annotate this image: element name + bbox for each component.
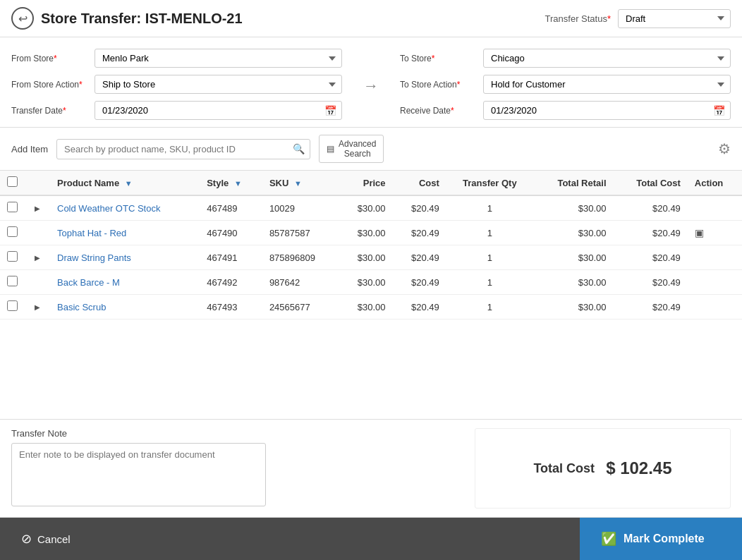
product-name-link[interactable]: Tophat Hat - Red (57, 228, 126, 238)
to-store-label: To Store* (400, 54, 478, 63)
row-checkbox[interactable] (7, 202, 18, 212)
header: ↩ Store Transfer: IST-MENLO-21 Transfer … (0, 0, 742, 37)
expand-button[interactable]: ▶ (32, 252, 43, 263)
from-store-action-label: From Store Action* (11, 80, 89, 90)
to-store-action-label: To Store Action* (400, 80, 478, 90)
row-style: 467489 (200, 195, 262, 221)
select-all-header (0, 171, 25, 195)
sku-filter-icon[interactable]: ▼ (294, 179, 302, 188)
row-sku: 10029 (262, 195, 339, 221)
row-transfer-qty: 1 (446, 245, 533, 270)
cost-header: Cost (393, 171, 446, 195)
row-checkbox-cell (0, 245, 25, 270)
row-style: 467491 (200, 245, 262, 270)
transfer-date-input[interactable] (95, 101, 342, 120)
row-checkbox-cell (0, 270, 25, 295)
row-product-name: Cold Weather OTC Stock (50, 195, 200, 221)
receive-date-label: Receive Date* (400, 106, 478, 116)
row-sku: 24565677 (262, 295, 339, 319)
expand-button[interactable]: ▶ (32, 302, 43, 312)
style-filter-icon[interactable]: ▼ (234, 179, 242, 188)
row-total-cost: $20.49 (614, 221, 688, 245)
select-all-checkbox[interactable] (7, 176, 18, 187)
table-body: ▶ Cold Weather OTC Stock 467489 10029 $3… (0, 195, 742, 319)
from-store-select[interactable]: Menlo Park Chicago New York (95, 49, 342, 68)
row-total-cost: $20.49 (614, 270, 688, 295)
cancel-button[interactable]: ⊘ Cancel (0, 518, 123, 560)
advanced-search-button[interactable]: ▤ AdvancedSearch (319, 135, 384, 163)
from-store-row: From Store* Menlo Park Chicago New York (11, 49, 342, 68)
add-item-label: Add Item (11, 144, 48, 154)
search-icon: 🔍 (293, 143, 305, 154)
header-right: Transfer Status* Draft Pending Complete … (545, 9, 731, 28)
to-store-select[interactable]: Chicago Menlo Park New York (483, 49, 731, 68)
total-cost-header: Total Cost (614, 171, 688, 195)
receive-date-row: Receive Date* 📅 (400, 101, 731, 120)
row-expand-cell: ▶ (25, 245, 50, 270)
sku-header: SKU ▼ (262, 171, 339, 195)
transfer-date-row: Transfer Date* 📅 (11, 101, 342, 120)
row-checkbox-cell (0, 195, 25, 221)
to-store-action-select[interactable]: Hold for Customer Ship Return (483, 75, 731, 94)
mark-complete-button[interactable]: ✅ Mark Complete (580, 518, 742, 560)
expand-header (25, 171, 50, 195)
row-action (688, 295, 742, 319)
mark-complete-label: Mark Complete (624, 532, 705, 545)
cancel-label: Cancel (37, 533, 71, 545)
row-expand-cell (25, 270, 50, 295)
product-name-link[interactable]: Draw String Pants (57, 252, 131, 263)
row-transfer-qty: 1 (446, 270, 533, 295)
price-header: Price (339, 171, 392, 195)
table-row: ▶ Draw String Pants 467491 875896809 $30… (0, 245, 742, 270)
row-transfer-qty: 1 (446, 221, 533, 245)
settings-button[interactable]: ⚙ (718, 140, 731, 157)
form-right-col: To Store* Chicago Menlo Park New York To… (400, 49, 731, 120)
row-total-retail: $30.00 (533, 245, 614, 270)
page-title: Store Transfer: IST-MENLO-21 (41, 11, 243, 27)
copy-icon[interactable]: ▣ (695, 227, 704, 238)
row-total-cost: $20.49 (614, 195, 688, 221)
footer: ⊘ Cancel ✅ Mark Complete (0, 518, 742, 560)
row-total-retail: $30.00 (533, 221, 614, 245)
row-product-name: Draw String Pants (50, 245, 200, 270)
row-transfer-qty: 1 (446, 195, 533, 221)
row-cost: $20.49 (393, 245, 446, 270)
product-name-link[interactable]: Cold Weather OTC Stock (57, 203, 160, 214)
table-row: Back Barce - M 467492 987642 $30.00 $20.… (0, 270, 742, 295)
cancel-icon: ⊘ (21, 531, 32, 547)
row-sku: 987642 (262, 270, 339, 295)
search-input[interactable] (56, 139, 310, 159)
row-total-retail: $30.00 (533, 195, 614, 221)
row-checkbox[interactable] (7, 276, 18, 286)
row-style: 467493 (200, 295, 262, 319)
row-checkbox[interactable] (7, 226, 18, 237)
row-total-retail: $30.00 (533, 270, 614, 295)
row-expand-cell (25, 221, 50, 245)
form-section: From Store* Menlo Park Chicago New York … (0, 37, 742, 128)
row-cost: $20.49 (393, 221, 446, 245)
row-price: $30.00 (339, 270, 392, 295)
form-left-col: From Store* Menlo Park Chicago New York … (11, 49, 342, 120)
receive-date-input[interactable] (483, 101, 731, 120)
row-checkbox[interactable] (7, 300, 18, 311)
total-retail-header: Total Retail (533, 171, 614, 195)
total-cost-value: $ 102.45 (606, 458, 671, 478)
total-cost-label: Total Cost (533, 461, 595, 476)
product-name-filter-icon[interactable]: ▼ (125, 179, 133, 188)
transfer-date-wrapper: 📅 (95, 101, 342, 120)
mark-complete-icon: ✅ (601, 531, 616, 547)
expand-button[interactable]: ▶ (32, 203, 43, 214)
transfer-note-textarea[interactable] (11, 443, 266, 506)
row-sku: 875896809 (262, 245, 339, 270)
row-checkbox[interactable] (7, 251, 18, 262)
row-action (688, 245, 742, 270)
row-total-retail: $30.00 (533, 295, 614, 319)
transfer-status-select[interactable]: Draft Pending Complete Cancelled (618, 9, 731, 28)
product-name-link[interactable]: Basic Scrub (57, 302, 106, 312)
row-transfer-qty: 1 (446, 295, 533, 319)
back-button[interactable]: ↩ (11, 7, 34, 30)
product-name-link[interactable]: Back Barce - M (57, 277, 120, 288)
from-store-action-select[interactable]: Ship to Store Hold Return (95, 75, 342, 94)
row-style: 467492 (200, 270, 262, 295)
advanced-search-icon: ▤ (327, 144, 334, 154)
